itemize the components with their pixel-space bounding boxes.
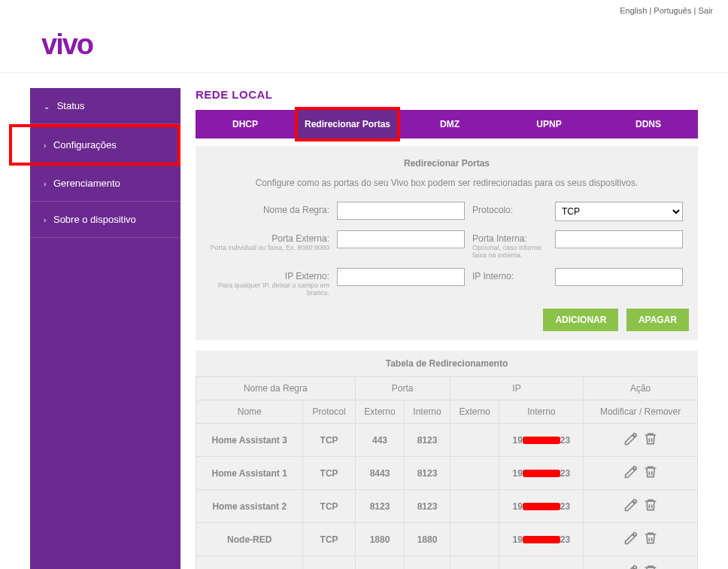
cell-protocol: TCP — [303, 523, 355, 556]
edit-icon[interactable] — [623, 497, 639, 515]
edit-icon[interactable] — [623, 464, 639, 482]
adicionar-button[interactable]: ADICIONAR — [543, 309, 618, 331]
table-row: Home Assistant 1TCP844381231923 — [196, 457, 698, 490]
th-ip: IP — [450, 377, 583, 400]
cell-action — [584, 490, 698, 523]
cell-port-ext: 8443 — [355, 457, 405, 490]
panel-title: Redirecionar Portas — [202, 152, 692, 175]
select-protocolo[interactable]: TCP — [555, 202, 683, 221]
redacted — [523, 437, 560, 444]
tab-upnp[interactable]: UPNP — [499, 110, 599, 138]
th-protocol: Protocol — [303, 400, 355, 424]
chevron-right-icon: › — [44, 141, 46, 150]
label-protocolo: Protocolo: — [472, 202, 548, 221]
th-mod-rem: Modificar / Remover — [584, 400, 698, 424]
tabs: DHCP Redirecionar Portas DMZ UPNP DDNS — [196, 110, 698, 138]
chevron-down-icon: ⌄ — [44, 102, 50, 111]
cell-nome: MQTT — [196, 556, 303, 570]
cell-port-int: 1880 — [405, 523, 450, 556]
th-acao: Ação — [584, 377, 698, 400]
cell-port-ext: 1883 — [355, 556, 405, 570]
sidebar-item-gerenciamento[interactable]: › Gerenciamento — [30, 166, 180, 202]
cell-action — [584, 424, 698, 457]
redacted — [523, 503, 560, 510]
edit-icon[interactable] — [623, 564, 639, 569]
tab-dmz[interactable]: DMZ — [400, 110, 499, 138]
form-panel: Redirecionar Portas Configure como as po… — [196, 146, 698, 340]
cell-ip-int: 1923 — [499, 556, 584, 570]
cell-protocol: TCP — [303, 457, 355, 490]
cell-nome: Home assistant 2 — [196, 490, 303, 523]
th-porta: Porta — [355, 377, 450, 400]
cell-action — [584, 523, 698, 556]
sidebar-item-label: Status — [57, 100, 85, 111]
cell-ip-ext — [450, 556, 499, 570]
header: vivo — [0, 21, 728, 73]
sidebar-item-label: Sobre o dispositivo — [53, 214, 136, 225]
input-nome-regra[interactable] — [337, 202, 465, 220]
top-links: English | Português | Sair — [0, 0, 728, 21]
delete-icon[interactable] — [643, 564, 658, 569]
label-ip-interno: IP Interno: — [472, 268, 548, 297]
tab-ddns[interactable]: DDNS — [599, 110, 698, 138]
table-row: Home assistant 2TCP812381231923 — [196, 490, 698, 523]
tab-redirecionar-portas[interactable]: Redirecionar Portas — [295, 107, 400, 141]
th-externo: Externo — [355, 400, 405, 424]
chevron-right-icon: › — [44, 180, 46, 188]
label-nome-regra: Nome da Regra: — [202, 202, 329, 221]
delete-icon[interactable] — [643, 464, 658, 482]
cell-ip-ext — [450, 424, 499, 457]
redacted — [523, 536, 560, 543]
sidebar: ⌄ Status › Configurações › Gerenciamento… — [30, 88, 180, 569]
lang-portugues-link[interactable]: Português — [654, 6, 691, 15]
cell-ip-int: 1923 — [499, 457, 584, 490]
cell-ip-ext — [450, 523, 499, 556]
delete-icon[interactable] — [643, 531, 658, 548]
label-ip-externo: IP Externo: Para qualquer IP, deixar o c… — [202, 268, 329, 297]
cell-port-int: 8123 — [405, 490, 450, 523]
cell-nome: Home Assistant 1 — [196, 457, 303, 490]
cell-protocol: TCP — [303, 490, 355, 523]
tab-dhcp[interactable]: DHCP — [196, 110, 295, 138]
page-title: REDE LOCAL — [196, 88, 698, 101]
input-porta-externa[interactable] — [337, 230, 465, 248]
sidebar-item-configuracoes[interactable]: › Configurações — [30, 127, 177, 163]
th-interno: Interno — [405, 400, 450, 424]
table-panel: Tabela de Redirecionamento Nome da Regra… — [196, 351, 698, 569]
cell-port-ext: 443 — [355, 424, 405, 457]
table-row: Node-REDTCP188018801923 — [196, 523, 698, 556]
lang-english-link[interactable]: English — [620, 6, 647, 15]
sidebar-item-label: Configurações — [53, 139, 117, 151]
label-porta-interna: Porta Interna: Opcional, caso informe fa… — [472, 230, 548, 259]
th-nome: Nome — [196, 400, 303, 424]
delete-icon[interactable] — [643, 497, 658, 515]
main-content: REDE LOCAL DHCP Redirecionar Portas DMZ … — [196, 88, 698, 569]
sidebar-item-label: Gerenciamento — [53, 178, 120, 189]
cell-protocol: TCP — [303, 424, 355, 457]
table-title: Tabela de Redirecionamento — [196, 351, 698, 376]
sidebar-item-status[interactable]: ⌄ Status — [30, 88, 180, 124]
cell-ip-int: 1923 — [499, 523, 584, 556]
cell-action — [584, 457, 698, 490]
vivo-logo: vivo — [41, 29, 698, 61]
delete-icon[interactable] — [643, 431, 658, 449]
apagar-button[interactable]: APAGAR — [626, 309, 689, 331]
th-nome-regra: Nome da Regra — [196, 377, 356, 400]
table-row: MQTTTCP188318831923 — [196, 556, 698, 570]
table-row: Home Assistant 3TCP44381231923 — [196, 424, 698, 457]
redacted — [523, 470, 560, 477]
th-ip-interno: Interno — [499, 400, 584, 424]
cell-ip-int: 1923 — [499, 490, 584, 523]
logout-link[interactable]: Sair — [698, 6, 713, 15]
cell-port-int: 1883 — [405, 556, 450, 570]
edit-icon[interactable] — [623, 431, 639, 449]
input-porta-interna[interactable] — [555, 230, 683, 248]
cell-ip-ext — [450, 490, 499, 523]
input-ip-interno[interactable] — [555, 268, 683, 286]
cell-protocol: TCP — [303, 556, 355, 570]
sidebar-item-sobre[interactable]: › Sobre o dispositivo — [30, 202, 180, 238]
chevron-right-icon: › — [44, 216, 46, 224]
input-ip-externo[interactable] — [337, 268, 465, 286]
edit-icon[interactable] — [623, 531, 639, 548]
cell-action — [584, 556, 698, 570]
